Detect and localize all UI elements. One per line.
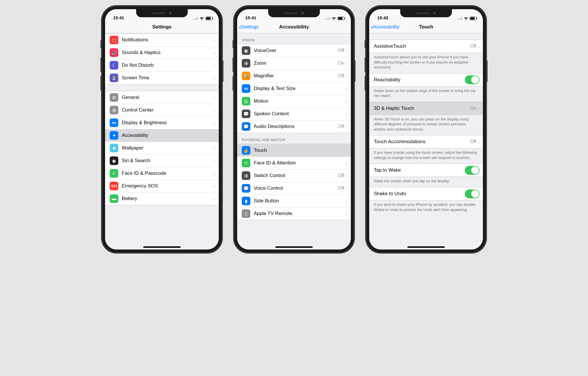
row-face-id-attention[interactable]: ☺Face ID & Attention› xyxy=(237,157,351,169)
row-label: Audio Descriptions xyxy=(254,124,338,129)
row-label: Wallpaper xyxy=(122,145,213,151)
row-touch-accommodations[interactable]: Touch AccommodationsOff› xyxy=(369,135,483,148)
row-magnifier[interactable]: 🔍MagnifierOff› xyxy=(237,70,351,82)
signal-icon xyxy=(457,17,462,20)
row-3d-haptic-touch[interactable]: 3D & Haptic TouchOn› xyxy=(369,102,483,115)
row-touch[interactable]: ☝Touch› xyxy=(237,144,351,157)
status-time: 15:41 xyxy=(245,15,256,20)
home-indicator[interactable] xyxy=(407,246,445,248)
faceid-icon: ☺ xyxy=(110,169,118,178)
page-title: Settings xyxy=(105,24,219,30)
row-assistivetouch[interactable]: AssistiveTouchOff› xyxy=(369,40,483,53)
row-tap-to-wake[interactable]: Tap to Wake xyxy=(369,164,483,177)
settings-list[interactable]: ▢Notifications›🔊Sounds & Haptics›☾Do Not… xyxy=(105,33,219,250)
row-value: On xyxy=(338,60,345,66)
chevron-right-icon: › xyxy=(213,196,215,202)
row-label: Accessibility xyxy=(122,133,213,138)
row-label: Zoom xyxy=(254,60,338,66)
row-general[interactable]: ⚙General› xyxy=(105,91,219,104)
row-spoken-content[interactable]: 💬Spoken Content› xyxy=(237,108,351,120)
notch xyxy=(400,9,452,17)
row-label: Side Button xyxy=(254,198,345,204)
row-face-id-passcode[interactable]: ☺Face ID & Passcode› xyxy=(105,167,219,180)
row-value: Off xyxy=(338,173,344,179)
row-display-text-size[interactable]: AADisplay & Text Size› xyxy=(237,82,351,95)
notch xyxy=(136,9,188,17)
chevron-right-icon: › xyxy=(213,120,215,126)
row-voice-control[interactable]: 💬Voice ControlOff› xyxy=(237,182,351,195)
nav-bar: Settings xyxy=(105,21,219,33)
row-label: Screen Time xyxy=(122,75,213,81)
toggle-reachability[interactable] xyxy=(465,75,479,84)
row-notifications[interactable]: ▢Notifications› xyxy=(105,34,219,46)
sounds-icon: 🔊 xyxy=(110,48,118,57)
phone-frame-3: 15:42 ‹ Accessibility Touch AssistiveTou… xyxy=(366,6,486,253)
home-indicator[interactable] xyxy=(275,246,313,248)
row-control-center[interactable]: ⊞Control Center› xyxy=(105,104,219,116)
row-label: Sounds & Haptics xyxy=(122,50,213,55)
section-footer: Swipe down on the bottom edge of the scr… xyxy=(369,87,483,102)
row-label: VoiceOver xyxy=(254,48,338,53)
row-battery[interactable]: ▬Battery› xyxy=(105,192,219,205)
row-screen-time[interactable]: ⏳Screen Time› xyxy=(105,72,219,84)
chevron-right-icon: › xyxy=(213,50,215,55)
chevron-right-icon: › xyxy=(345,160,347,166)
switch-icon: ⊞ xyxy=(242,171,250,180)
back-label: Settings xyxy=(241,24,258,30)
signal-icon xyxy=(193,17,198,20)
row-reachability[interactable]: Reachability xyxy=(369,74,483,86)
battery-icon xyxy=(206,17,212,20)
status-time: 15:42 xyxy=(377,15,388,20)
row-label: Spoken Content xyxy=(254,111,345,117)
home-indicator[interactable] xyxy=(143,246,181,248)
row-audio-descriptions[interactable]: 💬Audio DescriptionsOff› xyxy=(237,120,351,133)
magnifier-icon: 🔍 xyxy=(242,72,250,80)
row-label: Display & Brightness xyxy=(122,120,213,126)
dnd-icon: ☾ xyxy=(110,61,118,70)
row-emergency-sos[interactable]: SOSEmergency SOS› xyxy=(105,180,219,192)
nav-bar: ‹ Settings Accessibility xyxy=(237,21,351,33)
chevron-right-icon: › xyxy=(345,198,347,204)
row-voiceover[interactable]: ◉VoiceOverOff› xyxy=(237,44,351,57)
row-motion[interactable]: ◎Motion› xyxy=(237,95,351,108)
chevron-right-icon: › xyxy=(345,173,347,179)
back-button[interactable]: ‹ Accessibility xyxy=(371,24,400,30)
row-shake-to-undo[interactable]: Shake to Undo xyxy=(369,187,483,200)
row-label: Notifications xyxy=(122,37,213,43)
row-zoom[interactable]: ⊕ZoomOn› xyxy=(237,57,351,70)
touch-settings-list[interactable]: AssistiveTouchOff›AssistiveTouch allows … xyxy=(369,33,483,250)
row-accessibility[interactable]: ✦Accessibility› xyxy=(105,129,219,142)
row-wallpaper[interactable]: ❀Wallpaper› xyxy=(105,142,219,154)
row-label: Control Center xyxy=(122,107,213,113)
accessibility-list[interactable]: VISION◉VoiceOverOff›⊕ZoomOn›🔍MagnifierOf… xyxy=(237,33,351,250)
row-label: Switch Control xyxy=(254,173,338,179)
touch-icon: ☝ xyxy=(242,146,250,155)
row-value: Off xyxy=(338,48,344,53)
textsize-icon: AA xyxy=(242,84,250,93)
row-switch-control[interactable]: ⊞Switch ControlOff› xyxy=(237,169,351,182)
toggle-tap-to-wake[interactable] xyxy=(465,166,479,175)
row-label: Siri & Search xyxy=(122,158,213,164)
section-header: VISION xyxy=(237,33,351,44)
row-value: On xyxy=(470,105,477,111)
row-siri-search[interactable]: ◉Siri & Search› xyxy=(105,154,219,167)
chevron-right-icon: › xyxy=(213,183,215,189)
toggle-shake-to-undo[interactable] xyxy=(465,189,479,198)
row-display-brightness[interactable]: AADisplay & Brightness› xyxy=(105,116,219,129)
back-button[interactable]: ‹ Settings xyxy=(239,24,258,30)
row-value: Off xyxy=(338,73,344,79)
section-footer: When 3D Touch is on, you can press on th… xyxy=(369,115,483,135)
row-do-not-disturb[interactable]: ☾Do Not Disturb› xyxy=(105,59,219,72)
row-sounds-haptics[interactable]: 🔊Sounds & Haptics› xyxy=(105,46,219,59)
section-header: PHYSICAL AND MOTOR xyxy=(237,133,351,144)
chevron-right-icon: › xyxy=(345,124,347,129)
row-value: Off xyxy=(470,43,476,49)
siri-icon: ◉ xyxy=(110,156,118,165)
row-side-button[interactable]: ▮Side Button› xyxy=(237,195,351,207)
zoom-icon: ⊕ xyxy=(242,59,250,68)
row-apple-tv-remote[interactable]: ▯Apple TV Remote› xyxy=(237,207,351,220)
notch xyxy=(268,9,320,17)
phone-frame-1: 15:41 Settings ▢Notifications›🔊Sounds & … xyxy=(102,6,222,253)
battery-icon: ▬ xyxy=(110,194,118,203)
status-time: 15:41 xyxy=(113,15,124,20)
